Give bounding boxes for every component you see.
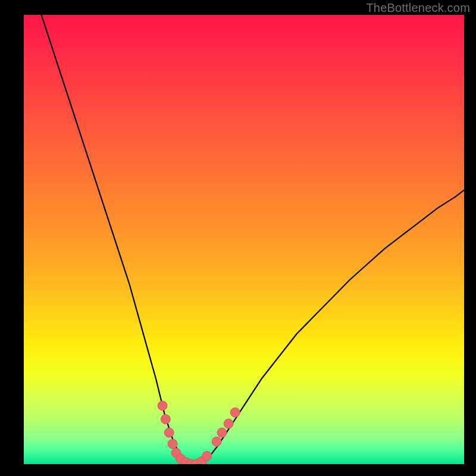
curve-marker — [164, 428, 174, 437]
curve-marker — [168, 439, 177, 449]
curve-marker — [217, 428, 227, 437]
curve-marker — [161, 415, 170, 424]
curve-marker — [158, 401, 167, 411]
chart-frame: TheBottleneck.com — [0, 0, 476, 476]
curve-marker — [212, 437, 221, 446]
bottleneck-curve-svg — [24, 15, 464, 464]
bottleneck-curve — [42, 15, 464, 464]
curve-marker — [230, 408, 240, 417]
plot-area — [24, 15, 464, 464]
watermark-text: TheBottleneck.com — [366, 1, 470, 15]
curve-marker — [224, 419, 233, 428]
curve-markers — [158, 401, 240, 464]
curve-marker — [202, 451, 212, 461]
